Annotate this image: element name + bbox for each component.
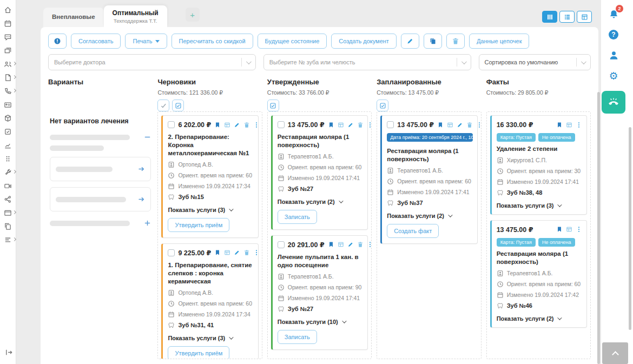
kebab-icon[interactable] bbox=[253, 122, 260, 128]
card-checkbox[interactable] bbox=[168, 121, 175, 128]
bookmark-icon[interactable] bbox=[214, 249, 221, 256]
bookmark-icon[interactable] bbox=[437, 122, 444, 128]
kebab-icon[interactable] bbox=[576, 226, 582, 233]
agree-button[interactable]: Согласовать bbox=[71, 34, 121, 49]
phone-icon[interactable] bbox=[3, 87, 13, 95]
show-services-toggle[interactable]: Показать услуги (10) bbox=[278, 319, 363, 325]
create-document-button[interactable]: Создать документ bbox=[331, 34, 397, 49]
camera-icon[interactable] bbox=[3, 181, 13, 190]
treatment-card[interactable]: 6 202.00 ₽ 2. Препарирование: Коронка ме… bbox=[161, 115, 258, 238]
arrow-right-icon[interactable] bbox=[138, 196, 145, 203]
trash-icon[interactable] bbox=[357, 241, 364, 248]
chart-icon[interactable] bbox=[3, 141, 13, 149]
trash-icon[interactable] bbox=[357, 122, 364, 128]
pencil-icon[interactable] bbox=[347, 122, 354, 128]
tooth-select[interactable]: Выберите № зуба или челюсть bbox=[263, 54, 471, 70]
show-services-toggle[interactable]: Показать услуги (3) bbox=[497, 202, 582, 209]
treatment-card[interactable]: 9 225.00 ₽ 1. Препарирование, снятие сле… bbox=[161, 243, 258, 359]
card-checkbox[interactable] bbox=[278, 241, 285, 248]
traffic-light-icon[interactable] bbox=[3, 154, 13, 163]
recalculate-discount-button[interactable]: Пересчитать со скидкой bbox=[172, 34, 253, 49]
document-icon[interactable] bbox=[3, 73, 13, 82]
list-icon[interactable] bbox=[3, 235, 13, 244]
kanban-view-button[interactable] bbox=[542, 11, 557, 23]
select-all-button[interactable] bbox=[267, 100, 279, 111]
window-scrollbar[interactable] bbox=[629, 127, 631, 330]
treatment-card[interactable]: 13 475.00 ₽ Карта: ПустаяНе оплачена Рес… bbox=[490, 220, 587, 328]
show-services-toggle[interactable]: Показать услуги (2) bbox=[387, 213, 472, 219]
treatment-card[interactable]: 20 291.00 ₽ Лечение пульпита 1 кан. в од… bbox=[271, 235, 368, 350]
content-scrollbar[interactable] bbox=[597, 92, 600, 364]
book-appointment-button[interactable]: Записать bbox=[278, 210, 317, 224]
table-view-button[interactable] bbox=[577, 11, 592, 23]
show-services-toggle[interactable]: Показать услуги (2) bbox=[278, 198, 363, 205]
print-button[interactable]: Печать bbox=[125, 34, 167, 49]
bookmark-icon[interactable] bbox=[328, 241, 334, 248]
share-nodes-icon[interactable] bbox=[3, 195, 13, 203]
trash-icon[interactable] bbox=[243, 249, 250, 256]
tab-unplanned[interactable]: Внеплановые bbox=[43, 8, 104, 27]
table-icon[interactable] bbox=[224, 122, 230, 128]
home-icon[interactable] bbox=[3, 5, 13, 14]
select-all-button[interactable] bbox=[172, 100, 184, 111]
treatment-card[interactable]: 13 475.00 ₽ Реставрация моляра (1 поверх… bbox=[271, 115, 368, 230]
users-icon[interactable] bbox=[3, 59, 13, 68]
calendar-icon[interactable] bbox=[3, 19, 13, 28]
edit-button[interactable] bbox=[401, 34, 419, 49]
notifications-button[interactable]: 2 bbox=[607, 8, 620, 21]
kebab-icon[interactable] bbox=[253, 249, 260, 256]
chain-data-button[interactable]: Данные цепочек bbox=[469, 34, 530, 49]
messages-icon[interactable] bbox=[3, 46, 13, 55]
kebab-icon[interactable] bbox=[367, 122, 372, 128]
bookmark-icon[interactable] bbox=[328, 122, 334, 128]
arrow-right-icon[interactable] bbox=[138, 166, 145, 173]
bookmark-icon[interactable] bbox=[214, 122, 221, 128]
create-fact-button[interactable]: Создать факт bbox=[387, 224, 439, 238]
package-icon[interactable] bbox=[3, 114, 13, 122]
chat-icon[interactable] bbox=[3, 32, 13, 41]
help-button[interactable]: ? bbox=[607, 28, 620, 41]
add-tab-button[interactable]: + bbox=[186, 8, 200, 22]
scroll-to-top-button[interactable] bbox=[602, 342, 628, 364]
doctor-select[interactable]: Выберите доктора bbox=[48, 54, 256, 70]
show-services-toggle[interactable]: Показать услуги (2) bbox=[497, 315, 582, 322]
minus-icon[interactable] bbox=[144, 134, 151, 141]
info-button[interactable] bbox=[48, 34, 67, 49]
profile-button[interactable] bbox=[607, 49, 620, 62]
settings-button[interactable]: ⚙ bbox=[607, 69, 620, 82]
select-all-button[interactable] bbox=[377, 100, 388, 111]
tab-optimal[interactable]: Оптимальный Техподдержка Т.Т. bbox=[104, 5, 167, 27]
bookmark-icon[interactable] bbox=[556, 122, 563, 128]
table-icon[interactable] bbox=[566, 122, 572, 128]
pencil-icon[interactable] bbox=[234, 249, 240, 256]
list-view-button[interactable] bbox=[559, 11, 575, 23]
kebab-icon[interactable] bbox=[367, 241, 372, 248]
future-state-button[interactable]: Будущее состояние bbox=[258, 34, 327, 49]
card-checkbox[interactable] bbox=[278, 121, 285, 128]
tasks-icon[interactable] bbox=[3, 127, 13, 136]
id-card-icon[interactable] bbox=[3, 100, 13, 109]
copy-button[interactable] bbox=[424, 34, 442, 49]
approve-visit-button[interactable]: Утвердить приём bbox=[168, 346, 229, 359]
treatment-card[interactable]: 16 330.00 ₽ Карта: ПустаяНе оплачена Уда… bbox=[490, 115, 587, 215]
pencil-icon[interactable] bbox=[234, 122, 240, 128]
sort-select[interactable]: Сортировка по умолчанию bbox=[479, 54, 591, 70]
collapse-sidebar-icon[interactable] bbox=[4, 348, 14, 356]
bookmark-icon[interactable] bbox=[556, 226, 563, 233]
kebab-icon[interactable] bbox=[576, 122, 582, 128]
tools-icon[interactable] bbox=[3, 168, 13, 176]
kebab-icon[interactable] bbox=[476, 122, 482, 128]
table-icon[interactable] bbox=[338, 241, 344, 248]
pencil-icon[interactable] bbox=[457, 122, 463, 128]
book-appointment-button[interactable]: Записать bbox=[278, 330, 317, 344]
copy-icon[interactable] bbox=[3, 222, 13, 230]
card-checkbox[interactable] bbox=[387, 121, 394, 128]
show-services-toggle[interactable]: Показать услуги (3) bbox=[168, 207, 253, 213]
trash-icon[interactable] bbox=[243, 122, 250, 128]
table-icon[interactable] bbox=[447, 122, 453, 128]
pencil-icon[interactable] bbox=[347, 241, 354, 248]
card-checkbox[interactable] bbox=[168, 249, 175, 256]
show-services-toggle[interactable]: Показать услуги (3) bbox=[168, 335, 253, 341]
plus-icon[interactable] bbox=[144, 220, 151, 227]
trash-icon[interactable] bbox=[466, 122, 473, 128]
